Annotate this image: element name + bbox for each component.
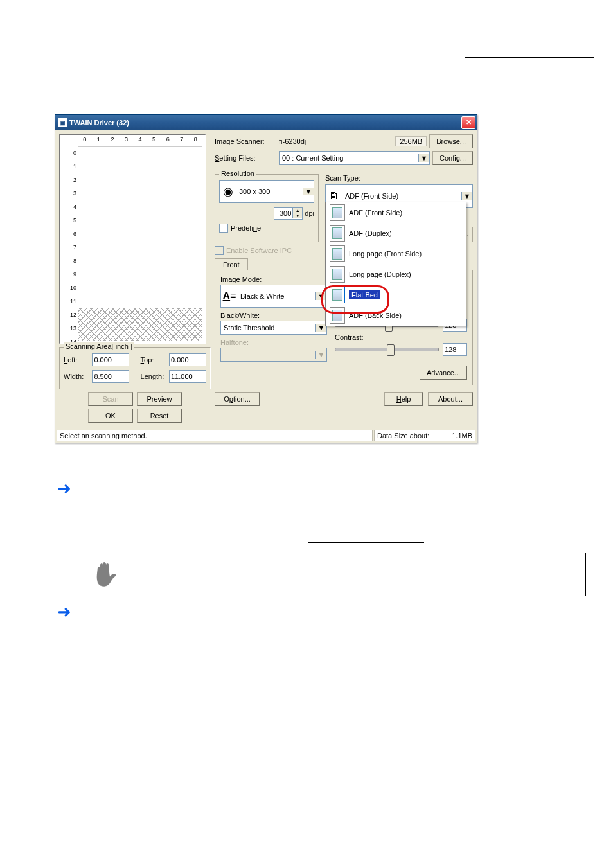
- advance-button[interactable]: Advance...: [420, 366, 467, 380]
- scan-type-option-long-duplex[interactable]: Long page (Duplex): [326, 264, 466, 285]
- resolution-value: 300 x 300: [236, 188, 303, 195]
- scan-type-icon: 🗎: [326, 190, 342, 202]
- bw-combo[interactable]: Static Threshold ▼: [220, 321, 327, 335]
- status-text: Select an scanning method.: [57, 430, 373, 441]
- titlebar: ▣ TWAIN Driver (32) ✕: [55, 115, 477, 130]
- length-input[interactable]: [169, 370, 206, 383]
- enable-sw-ipc-checkbox: Enable Software IPC: [215, 246, 292, 255]
- scan-type-dropdown[interactable]: ADF (Front Side) ADF (Duplex) Long page …: [325, 202, 466, 326]
- header-underline: [465, 57, 594, 58]
- browse-button[interactable]: Browse...: [429, 134, 473, 148]
- width-label: Width:: [64, 373, 89, 380]
- halftone-label: Halftone:: [220, 339, 327, 346]
- checkbox-box-icon: [215, 246, 224, 255]
- contrast-label: Contrast:: [335, 333, 467, 341]
- scan-type-option-adf-front[interactable]: ADF (Front Side): [326, 202, 466, 223]
- setting-files-label: Setting Files:: [215, 154, 276, 162]
- scan-type-option-label: Long page (Front Side): [349, 250, 422, 258]
- ok-button[interactable]: OK: [88, 409, 133, 423]
- setting-files-combo[interactable]: 00 : Current Setting ▼: [279, 151, 430, 165]
- help-button[interactable]: Help: [384, 392, 423, 406]
- scanning-area-group: Scanning Area[ inch ] Left: Top: Width: …: [59, 347, 211, 389]
- scan-type-option-label: ADF (Duplex): [349, 229, 392, 237]
- scan-type-option-label: Long page (Duplex): [349, 270, 411, 278]
- resolution-title: Resolution: [219, 170, 256, 177]
- bw-label: Black/White:: [220, 312, 327, 319]
- scan-option-icon: [330, 266, 345, 283]
- hatched-area: [78, 308, 202, 341]
- enable-sw-ipc-label: Enable Software IPC: [226, 247, 292, 254]
- predefine-checkbox[interactable]: Predefine: [219, 224, 261, 233]
- memory-badge: 256MB: [395, 136, 427, 146]
- data-size-label: Data Size about:: [377, 432, 429, 439]
- setting-files-value: 00 : Current Setting: [280, 154, 418, 162]
- front-tab[interactable]: Front: [215, 258, 248, 270]
- length-label: Length:: [141, 373, 166, 380]
- resolution-group: Resolution ◉ 300 x 300 ▼ 300 ▲▼ dpi: [215, 174, 319, 242]
- note-box: ✋: [84, 553, 586, 596]
- bw-value: Static Threshold: [221, 324, 315, 332]
- image-mode-value: Black & White: [238, 292, 315, 300]
- chevron-down-icon[interactable]: ▼: [303, 188, 314, 195]
- ruler-horizontal: 012 345 678: [78, 136, 202, 146]
- halftone-combo: ▼: [220, 348, 327, 362]
- top-input[interactable]: [169, 353, 206, 366]
- scan-option-icon: [330, 225, 345, 242]
- scan-type-option-adf-duplex[interactable]: ADF (Duplex): [326, 223, 466, 244]
- scan-type-label: Scan Type:: [325, 174, 473, 182]
- predefine-label: Predefine: [231, 224, 261, 232]
- scan-type-option-label: Flat Bed: [349, 290, 380, 299]
- flatbed-icon: [330, 287, 345, 303]
- chevron-down-icon: ▼: [315, 351, 326, 359]
- about-button[interactable]: About...: [428, 392, 473, 406]
- image-scanner-label: Image Scanner:: [215, 137, 276, 145]
- checkbox-box-icon: [219, 224, 228, 233]
- note-underline: [308, 542, 424, 543]
- scan-type-option-label: ADF (Front Side): [349, 209, 402, 217]
- scan-option-icon: [330, 307, 345, 324]
- contrast-slider[interactable]: [335, 348, 439, 351]
- left-input[interactable]: [92, 353, 129, 366]
- stepper-arrows-icon[interactable]: ▲▼: [292, 208, 302, 218]
- scan-option-icon: [330, 245, 345, 262]
- resolution-icon: ◉: [220, 184, 236, 199]
- image-scanner-value: fi-6230dj: [279, 137, 306, 145]
- window-title: TWAIN Driver (32): [69, 119, 461, 127]
- dpi-stepper[interactable]: 300 ▲▼: [274, 207, 303, 220]
- scan-type-value: ADF (Front Side): [342, 192, 461, 200]
- chevron-down-icon[interactable]: ▼: [418, 154, 429, 162]
- left-label: Left:: [64, 356, 89, 364]
- status-bar: Select an scanning method. Data Size abo…: [56, 429, 476, 442]
- dotted-separator: [13, 675, 600, 675]
- image-mode-combo[interactable]: A≡ Black & White ▼: [220, 285, 327, 308]
- arrow-right-icon: ➜: [57, 482, 71, 495]
- scanning-area-title: Scanning Area[ inch ]: [64, 342, 134, 350]
- slider-thumb-icon: [387, 344, 395, 356]
- preview-button[interactable]: Preview: [137, 392, 182, 406]
- reset-button[interactable]: Reset: [137, 409, 182, 423]
- scan-type-option-label: ADF (Back Side): [349, 312, 402, 319]
- dpi-unit: dpi: [305, 209, 314, 217]
- attention-hand-icon: ✋: [91, 562, 116, 587]
- dpi-value: 300: [274, 209, 292, 217]
- scan-type-option-adf-back[interactable]: ADF (Back Side): [326, 305, 466, 326]
- ruler-vertical: 012 345 678 91011 121314: [61, 146, 78, 341]
- scan-button[interactable]: Scan: [88, 392, 133, 406]
- option-button[interactable]: Option...: [215, 392, 260, 406]
- data-size-value: 1.1MB: [452, 432, 472, 439]
- image-mode-icon: A≡: [221, 290, 238, 302]
- top-label: Top:: [141, 356, 166, 364]
- arrow-right-icon: ➜: [57, 605, 71, 618]
- scan-option-icon: [330, 204, 345, 221]
- resolution-combo[interactable]: ◉ 300 x 300 ▼: [219, 180, 314, 203]
- scan-type-option-long-front[interactable]: Long page (Front Side): [326, 244, 466, 264]
- preview-canvas[interactable]: [78, 146, 202, 341]
- contrast-value[interactable]: [443, 343, 467, 356]
- config-button[interactable]: Config...: [432, 151, 473, 165]
- close-button[interactable]: ✕: [461, 116, 475, 129]
- app-icon: ▣: [58, 118, 67, 127]
- width-input[interactable]: [92, 370, 129, 383]
- scan-type-option-flat-bed[interactable]: Flat Bed: [326, 285, 466, 305]
- chevron-down-icon[interactable]: ▼: [461, 192, 472, 200]
- preview-area: 012 345 678 012 345 678 91011 121314: [59, 134, 206, 344]
